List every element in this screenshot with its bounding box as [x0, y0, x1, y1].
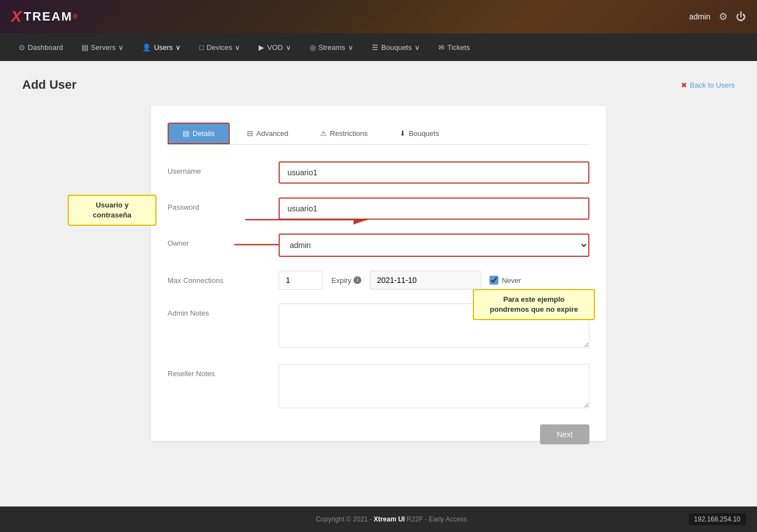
owner-label: Owner	[168, 234, 279, 247]
nav-users[interactable]: 👤 Users ∨	[134, 39, 189, 56]
username-input[interactable]	[279, 161, 589, 184]
devices-chevron-icon: ∨	[235, 43, 240, 52]
advanced-tab-icon: ⊟	[247, 129, 253, 138]
nav-servers[interactable]: ▤ Servers ∨	[74, 39, 132, 56]
servers-icon: ▤	[82, 43, 88, 52]
password-group: Password	[168, 197, 589, 220]
never-checkbox[interactable]	[489, 276, 498, 285]
username-group: Username	[168, 161, 589, 184]
tab-details[interactable]: ▤ Details	[168, 123, 230, 144]
devices-icon: □	[199, 43, 204, 52]
vod-chevron-icon: ∨	[286, 43, 291, 52]
password-input[interactable]	[279, 197, 589, 220]
reseller-notes-input[interactable]	[279, 364, 589, 408]
details-tab-label: Details	[193, 129, 215, 138]
password-control-wrap	[279, 197, 589, 220]
bouquets-chevron-icon: ∨	[415, 43, 420, 52]
main-content: Add User ✖ Back to Users ▤ Details ⊟ Adv…	[0, 61, 757, 506]
nav-bouquets[interactable]: ☰ Bouquets ∨	[364, 39, 428, 56]
footer-version: R22F - Early Access	[407, 515, 467, 523]
reseller-notes-control-wrap	[279, 364, 589, 411]
users-icon: 👤	[142, 43, 151, 52]
nav-devices-label: Devices	[206, 43, 232, 52]
header: X TREAM ® admin ⚙ ⏻	[0, 0, 757, 33]
footer-center: Copyright © 2021 - Xtream UI R22F - Earl…	[94, 515, 689, 523]
restrictions-tab-icon: ⚠	[320, 129, 327, 138]
footer-copyright: Copyright © 2021 -	[316, 515, 374, 523]
next-button[interactable]: Next	[540, 424, 589, 444]
back-link-text: Back to Users	[690, 81, 735, 89]
header-right: admin ⚙ ⏻	[689, 11, 746, 23]
expiry-info-icon: i	[354, 276, 361, 284]
annotation-user-pass-text: Usuario ycontraseña	[93, 201, 131, 219]
nav-tickets[interactable]: ✉ Tickets	[431, 39, 478, 56]
nav-vod[interactable]: ▶ VOD ∨	[251, 39, 299, 56]
form-area: Usuario ycontraseña	[168, 161, 589, 411]
nav-dashboard-label: Dashboard	[28, 43, 63, 52]
password-label: Password	[168, 197, 279, 211]
header-admin-label: admin	[689, 12, 710, 21]
never-label-text: Never	[502, 276, 521, 285]
logo-x: X	[11, 8, 23, 26]
details-tab-icon: ▤	[183, 129, 189, 138]
nav-dashboard[interactable]: ⊙ Dashboard	[11, 39, 71, 56]
settings-icon[interactable]: ⚙	[719, 11, 728, 23]
expiry-label: Expiry i	[331, 276, 361, 285]
max-connections-group: Max Connections Expiry i Never	[168, 271, 589, 290]
bouquets-tab-label: Bouquets	[409, 129, 440, 138]
vod-icon: ▶	[259, 43, 264, 52]
tickets-icon: ✉	[438, 43, 445, 52]
page-header: Add User ✖ Back to Users	[22, 78, 735, 92]
back-icon: ✖	[681, 81, 687, 89]
owner-group: Owner admin	[168, 234, 589, 257]
tab-bouquets[interactable]: ⬇ Bouquets	[385, 123, 454, 144]
bouquets-tab-icon: ⬇	[400, 129, 406, 138]
logo-registered: ®	[73, 13, 79, 21]
owner-control-wrap: admin	[279, 234, 589, 257]
connections-row: Expiry i Never	[279, 271, 521, 290]
power-icon[interactable]: ⏻	[736, 11, 746, 23]
never-label: Never	[489, 276, 521, 285]
nav-servers-label: Servers	[91, 43, 116, 52]
reseller-notes-group: Reseller Notes	[168, 364, 589, 411]
nav-vod-label: VOD	[267, 43, 282, 52]
nav-users-label: Users	[154, 43, 173, 52]
admin-notes-label: Admin Notes	[168, 303, 279, 317]
dashboard-icon: ⊙	[19, 43, 25, 52]
restrictions-tab-label: Restrictions	[330, 129, 368, 138]
footer-ip: 192.168.254.10	[689, 513, 746, 525]
footer: Copyright © 2021 - Xtream UI R22F - Earl…	[0, 506, 757, 532]
username-control-wrap	[279, 161, 589, 184]
streams-chevron-icon: ∨	[348, 43, 354, 52]
logo: X TREAM ®	[11, 8, 79, 26]
form-tabs: ▤ Details ⊟ Advanced ⚠ Restrictions ⬇ Bo…	[168, 123, 589, 145]
streams-icon: ◎	[310, 43, 316, 52]
annotation-user-pass: Usuario ycontraseña	[68, 195, 157, 226]
form-card: ▤ Details ⊟ Advanced ⚠ Restrictions ⬇ Bo…	[151, 106, 606, 441]
footer-brand: Xtream UI	[374, 515, 405, 523]
max-connections-label: Max Connections	[168, 271, 279, 285]
advanced-tab-label: Advanced	[256, 129, 289, 138]
back-to-users-link[interactable]: ✖ Back to Users	[681, 81, 735, 89]
nav-tickets-label: Tickets	[447, 43, 470, 52]
servers-chevron-icon: ∨	[118, 43, 124, 52]
annotation-expiry: Para este ejemplopondremos que no expire	[473, 289, 595, 320]
expiry-date-input[interactable]	[370, 271, 481, 290]
reseller-notes-label: Reseller Notes	[168, 364, 279, 378]
nav-streams-label: Streams	[319, 43, 345, 52]
nav-streams[interactable]: ◎ Streams ∨	[302, 39, 361, 56]
nav-devices[interactable]: □ Devices ∨	[191, 39, 248, 56]
max-connections-input[interactable]	[279, 271, 323, 290]
bouquets-icon: ☰	[372, 43, 378, 52]
nav-bouquets-label: Bouquets	[381, 43, 412, 52]
tab-restrictions[interactable]: ⚠ Restrictions	[306, 123, 382, 144]
annotation-expiry-text: Para este ejemplopondremos que no expire	[490, 295, 578, 313]
main-nav: ⊙ Dashboard ▤ Servers ∨ 👤 Users ∨ □ Devi…	[0, 33, 757, 61]
tab-advanced[interactable]: ⊟ Advanced	[233, 123, 303, 144]
username-label: Username	[168, 161, 279, 175]
owner-select[interactable]: admin	[279, 234, 589, 257]
page-title: Add User	[22, 78, 77, 92]
logo-text: TREAM	[24, 9, 73, 24]
users-chevron-icon: ∨	[175, 43, 181, 52]
